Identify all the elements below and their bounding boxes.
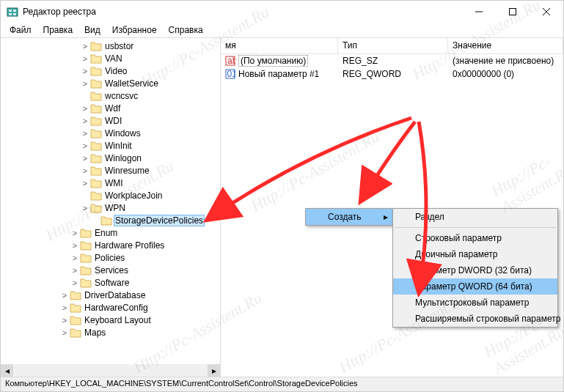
menu-file[interactable]: Файл [4, 23, 37, 37]
expander-icon[interactable]: > [80, 141, 90, 150]
ctx-new-qword[interactable]: Параметр QWORD (64 бита) [393, 278, 557, 295]
expander-icon[interactable]: > [80, 54, 90, 63]
tree-item[interactable]: >Policies [1, 251, 220, 264]
tree-item[interactable]: >VAN [1, 52, 220, 64]
svg-text:ab: ab [227, 56, 235, 66]
tree-item[interactable]: >WPN [1, 201, 220, 214]
minimize-button[interactable] [462, 1, 496, 23]
expander-icon[interactable]: > [80, 179, 90, 188]
statusbar: Компьютер\HKEY_LOCAL_MACHINE\SYSTEM\Curr… [1, 377, 563, 391]
value-list[interactable]: ab(По умолчанию)REG_SZ(значение не присв… [221, 54, 563, 81]
ctx-separator [395, 227, 556, 228]
menu-view[interactable]: Вид [78, 23, 106, 37]
tree-item[interactable]: wcncsvc [1, 89, 220, 102]
tree-item[interactable]: >Wdf [1, 102, 220, 114]
expander-icon[interactable]: > [59, 328, 70, 337]
expander-icon[interactable]: > [80, 104, 90, 113]
tree-label: usbstor [103, 41, 135, 51]
ctx-create[interactable]: Создать ▸ [306, 209, 392, 225]
expander-icon[interactable]: > [80, 42, 90, 51]
menu-edit[interactable]: Правка [37, 23, 79, 37]
ctx-new-multi[interactable]: Мультистроковый параметр [393, 295, 557, 311]
tree-label: Winlogon [103, 153, 143, 163]
ctx-new-string[interactable]: Строковый параметр [393, 230, 557, 246]
ctx-new-key[interactable]: Раздел [393, 209, 557, 225]
context-menu-create: Создать ▸ [305, 208, 393, 226]
window-title: Редактор реестра [23, 7, 462, 17]
menubar: Файл Правка Вид Избранное Справка [1, 23, 563, 37]
tree-label: WMI [103, 178, 125, 188]
ctx-new-binary[interactable]: Двоичный параметр [393, 246, 557, 262]
tree-item[interactable]: >WalletService [1, 77, 220, 89]
scroll-left-icon[interactable]: ◂ [1, 364, 13, 377]
tree-item[interactable]: >WMI [1, 177, 220, 189]
tree-item[interactable]: >Services [1, 264, 220, 276]
tree-item[interactable]: >DriverDatabase [1, 289, 220, 301]
tree-label: WalletService [103, 78, 160, 89]
expander-icon[interactable]: > [80, 67, 90, 75]
expander-icon[interactable]: > [70, 229, 80, 237]
tree-label: Wdf [103, 103, 122, 114]
expander-icon[interactable]: > [80, 166, 90, 175]
expander-icon[interactable]: > [59, 316, 70, 325]
tree-item[interactable]: >Software [1, 276, 220, 289]
tree-item[interactable]: >HardwareConfig [1, 301, 220, 314]
menu-help[interactable]: Справка [163, 23, 209, 37]
tree-label: WorkplaceJoin [103, 191, 164, 201]
expander-icon[interactable]: > [80, 154, 90, 163]
value-type: REG_QWORD [338, 68, 448, 80]
col-name[interactable]: мя [221, 38, 338, 53]
list-row[interactable]: 011Новый параметр #1REG_QWORD0x00000000 … [221, 67, 563, 81]
ctx-new-dword[interactable]: Параметр DWORD (32 бита) [393, 262, 557, 278]
tree-item[interactable]: >Keyboard Layout [1, 314, 220, 326]
close-button[interactable] [530, 1, 563, 23]
submenu-arrow-icon: ▸ [384, 212, 388, 222]
expander-icon[interactable]: > [59, 291, 70, 300]
tree-item[interactable]: WorkplaceJoin [1, 189, 220, 201]
expander-icon[interactable]: > [70, 266, 80, 275]
tree-item[interactable]: >WinInit [1, 139, 220, 152]
tree-hscroll[interactable]: ◂ ▸ [1, 364, 220, 377]
expander-icon[interactable]: > [70, 241, 80, 250]
tree-label: StorageDevicePolicies [114, 215, 205, 226]
scroll-right-icon[interactable]: ▸ [208, 364, 220, 377]
tree-label: Services [93, 265, 130, 275]
expander-icon[interactable]: > [80, 117, 90, 125]
col-value[interactable]: Значение [448, 38, 563, 53]
registry-tree[interactable]: >usbstor>VAN>Video>WalletServicewcncsvc>… [1, 38, 220, 364]
ctx-new-expand[interactable]: Расширяемый строковый параметр [393, 311, 557, 327]
tree-item[interactable]: >Video [1, 64, 220, 77]
menu-favorites[interactable]: Избранное [106, 23, 163, 37]
maximize-button[interactable] [496, 1, 530, 23]
tree-item[interactable]: >Enum [1, 226, 220, 239]
tree-label: Hardware Profiles [93, 240, 166, 251]
tree-item[interactable]: >Hardware Profiles [1, 239, 220, 251]
list-row[interactable]: ab(По умолчанию)REG_SZ(значение не присв… [221, 54, 563, 67]
svg-rect-3 [9, 13, 12, 15]
tree-item[interactable]: >usbstor [1, 40, 220, 52]
expander-icon[interactable]: > [59, 303, 70, 312]
scroll-track[interactable] [13, 364, 208, 377]
tree-label: WPN [103, 203, 127, 213]
col-type[interactable]: Тип [338, 38, 448, 53]
expander-icon[interactable]: > [80, 129, 90, 138]
tree-item[interactable]: >WDI [1, 114, 220, 127]
tree-item[interactable]: >Maps [1, 326, 220, 339]
tree-label: WDI [103, 116, 123, 126]
tree-label: Maps [83, 328, 107, 338]
tree-item[interactable]: >Winresume [1, 164, 220, 177]
tree-item[interactable]: StorageDevicePolicies [1, 214, 220, 226]
tree-item[interactable]: >Windows [1, 127, 220, 139]
tree-item[interactable]: >Winlogon [1, 152, 220, 164]
expander-icon[interactable]: > [80, 79, 90, 88]
tree-label: VAN [103, 53, 124, 64]
svg-rect-6 [510, 9, 516, 15]
expander-icon[interactable]: > [70, 254, 80, 262]
value-data: 0x00000000 (0) [448, 68, 563, 80]
ctx-create-label: Создать [328, 212, 362, 222]
expander-icon[interactable]: > [70, 278, 80, 287]
tree-label: Software [93, 278, 131, 288]
tree-label: Policies [93, 253, 126, 263]
tree-pane: >usbstor>VAN>Video>WalletServicewcncsvc>… [1, 38, 221, 377]
expander-icon[interactable]: > [80, 204, 90, 212]
